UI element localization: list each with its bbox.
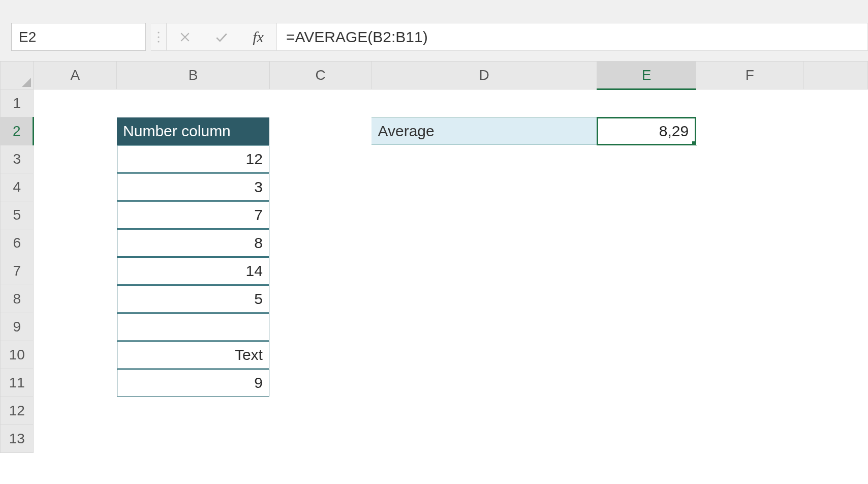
cell[interactable]: Text xyxy=(117,341,270,369)
row-header-2[interactable]: 2 xyxy=(1,117,34,145)
cell[interactable] xyxy=(371,397,597,425)
cell[interactable] xyxy=(269,285,371,313)
cell[interactable] xyxy=(269,229,371,257)
number-column-cell[interactable]: 7 xyxy=(117,201,269,229)
number-column-header[interactable]: Number column xyxy=(117,117,269,145)
cell[interactable] xyxy=(34,397,117,425)
cell[interactable] xyxy=(803,257,868,285)
cell[interactable]: 5 xyxy=(117,285,270,313)
cell[interactable] xyxy=(269,341,371,369)
cell[interactable]: 12 xyxy=(117,145,270,173)
cell[interactable] xyxy=(34,89,117,117)
cell[interactable] xyxy=(597,341,696,369)
cell[interactable] xyxy=(117,425,270,453)
number-column-cell[interactable]: 12 xyxy=(117,145,269,173)
cell[interactable]: 7 xyxy=(117,201,270,229)
col-header-F[interactable]: F xyxy=(696,62,803,89)
cell[interactable] xyxy=(696,229,803,257)
cell[interactable] xyxy=(597,285,696,313)
cell[interactable] xyxy=(371,257,597,285)
cell[interactable] xyxy=(696,369,803,397)
cell[interactable] xyxy=(597,173,696,201)
row-header-3[interactable]: 3 xyxy=(1,145,34,173)
cell[interactable] xyxy=(803,341,868,369)
cell[interactable] xyxy=(696,145,803,173)
cell[interactable] xyxy=(34,313,117,341)
number-column-cell[interactable]: 5 xyxy=(117,285,269,313)
cell[interactable] xyxy=(34,117,117,145)
cell[interactable] xyxy=(696,117,803,145)
cell[interactable] xyxy=(34,425,117,453)
cell[interactable] xyxy=(371,173,597,201)
number-column-cell[interactable]: 9 xyxy=(117,369,269,397)
cell[interactable] xyxy=(371,425,597,453)
cell[interactable] xyxy=(696,313,803,341)
spreadsheet-grid[interactable]: A B C D E F 12Number columnAverage8,2931… xyxy=(0,61,868,484)
formula-input[interactable] xyxy=(277,23,868,51)
cell[interactable]: Number column xyxy=(117,117,270,145)
row-header-5[interactable]: 5 xyxy=(1,201,34,229)
row-header-12[interactable]: 12 xyxy=(1,397,34,425)
number-column-cell[interactable]: 3 xyxy=(117,173,269,201)
row-header-11[interactable]: 11 xyxy=(1,369,34,397)
cell[interactable] xyxy=(696,397,803,425)
selected-cell[interactable]: 8,29 xyxy=(597,117,696,145)
cell[interactable] xyxy=(117,313,270,341)
cell[interactable] xyxy=(803,145,868,173)
cell[interactable] xyxy=(597,397,696,425)
average-label[interactable]: Average xyxy=(371,117,596,145)
cell[interactable]: 8,29 xyxy=(597,117,696,145)
cell[interactable] xyxy=(696,201,803,229)
cell[interactable] xyxy=(269,425,371,453)
cell[interactable] xyxy=(34,173,117,201)
col-header-A[interactable]: A xyxy=(34,62,117,89)
cell[interactable] xyxy=(269,257,371,285)
cell[interactable] xyxy=(269,397,371,425)
cell[interactable] xyxy=(371,229,597,257)
cell[interactable] xyxy=(803,89,868,117)
number-column-cell[interactable]: Text xyxy=(117,341,269,369)
cell[interactable] xyxy=(803,229,868,257)
cell[interactable] xyxy=(696,173,803,201)
cell[interactable] xyxy=(371,341,597,369)
insert-function-button[interactable]: fx xyxy=(240,23,276,50)
cell[interactable] xyxy=(371,89,597,117)
cell[interactable] xyxy=(597,201,696,229)
cell[interactable] xyxy=(597,89,696,117)
cell[interactable] xyxy=(803,173,868,201)
cell[interactable] xyxy=(803,117,868,145)
cell[interactable]: 14 xyxy=(117,257,270,285)
row-header-13[interactable]: 13 xyxy=(1,425,34,453)
cell[interactable] xyxy=(696,257,803,285)
cell[interactable] xyxy=(597,425,696,453)
cell[interactable] xyxy=(597,229,696,257)
cell[interactable] xyxy=(597,145,696,173)
cell[interactable] xyxy=(34,145,117,173)
cell[interactable] xyxy=(803,313,868,341)
cell[interactable] xyxy=(696,89,803,117)
row-header-9[interactable]: 9 xyxy=(1,313,34,341)
cell[interactable] xyxy=(597,257,696,285)
cell[interactable] xyxy=(803,201,868,229)
cell[interactable] xyxy=(34,201,117,229)
number-column-cell[interactable]: 14 xyxy=(117,257,269,285)
cell[interactable] xyxy=(371,285,597,313)
col-header-E[interactable]: E xyxy=(597,62,696,89)
cell[interactable] xyxy=(34,257,117,285)
cell[interactable]: 3 xyxy=(117,173,270,201)
cell[interactable] xyxy=(34,285,117,313)
cell[interactable] xyxy=(34,341,117,369)
grip-separator[interactable] xyxy=(151,23,166,51)
cell[interactable] xyxy=(371,369,597,397)
cell[interactable] xyxy=(696,285,803,313)
row-header-8[interactable]: 8 xyxy=(1,285,34,313)
cell[interactable] xyxy=(269,369,371,397)
cell[interactable] xyxy=(371,201,597,229)
cell[interactable] xyxy=(803,425,868,453)
cell[interactable] xyxy=(696,341,803,369)
cell[interactable] xyxy=(269,145,371,173)
col-header-D[interactable]: D xyxy=(371,62,597,89)
cell[interactable] xyxy=(34,229,117,257)
cell[interactable] xyxy=(597,313,696,341)
cell[interactable] xyxy=(269,201,371,229)
